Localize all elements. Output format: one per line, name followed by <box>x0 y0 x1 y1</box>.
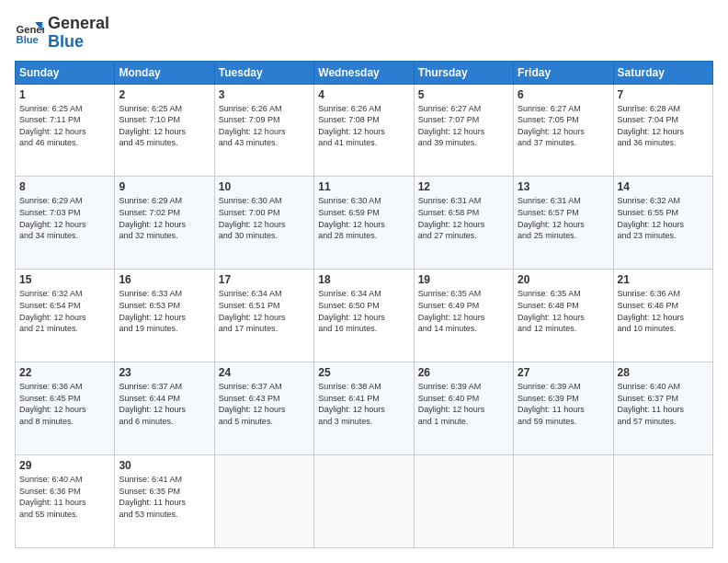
day-cell: 26Sunrise: 6:39 AM Sunset: 6:40 PM Dayli… <box>414 362 513 455</box>
day-cell: 25Sunrise: 6:38 AM Sunset: 6:41 PM Dayli… <box>314 362 414 455</box>
weekday-header-sunday: Sunday <box>16 61 115 84</box>
day-cell: 21Sunrise: 6:36 AM Sunset: 6:46 PM Dayli… <box>613 270 712 362</box>
day-info: Sunrise: 6:27 AM Sunset: 7:05 PM Dayligh… <box>518 103 609 149</box>
day-info: Sunrise: 6:35 AM Sunset: 6:49 PM Dayligh… <box>418 288 509 334</box>
day-info: Sunrise: 6:31 AM Sunset: 6:57 PM Dayligh… <box>518 195 609 241</box>
logo-name-line1: General <box>48 15 109 33</box>
day-info: Sunrise: 6:36 AM Sunset: 6:45 PM Dayligh… <box>19 381 110 427</box>
day-number: 21 <box>618 273 709 286</box>
day-number: 10 <box>219 180 310 193</box>
day-number: 28 <box>618 366 709 379</box>
day-info: Sunrise: 6:26 AM Sunset: 7:09 PM Dayligh… <box>219 103 310 149</box>
day-number: 20 <box>518 273 609 286</box>
day-info: Sunrise: 6:29 AM Sunset: 7:02 PM Dayligh… <box>119 195 210 241</box>
day-info: Sunrise: 6:35 AM Sunset: 6:48 PM Dayligh… <box>518 288 609 334</box>
day-info: Sunrise: 6:27 AM Sunset: 7:07 PM Dayligh… <box>418 103 509 149</box>
day-cell <box>414 455 513 548</box>
day-number: 15 <box>19 273 110 286</box>
day-info: Sunrise: 6:39 AM Sunset: 6:40 PM Dayligh… <box>418 381 509 427</box>
day-number: 14 <box>618 180 709 193</box>
day-cell: 5Sunrise: 6:27 AM Sunset: 7:07 PM Daylig… <box>414 84 513 177</box>
day-cell: 17Sunrise: 6:34 AM Sunset: 6:51 PM Dayli… <box>214 270 313 362</box>
day-info: Sunrise: 6:32 AM Sunset: 6:55 PM Dayligh… <box>618 195 709 241</box>
day-cell: 2Sunrise: 6:25 AM Sunset: 7:10 PM Daylig… <box>115 84 214 177</box>
day-info: Sunrise: 6:37 AM Sunset: 6:44 PM Dayligh… <box>119 381 210 427</box>
day-cell: 27Sunrise: 6:39 AM Sunset: 6:39 PM Dayli… <box>514 362 613 455</box>
day-cell: 24Sunrise: 6:37 AM Sunset: 6:43 PM Dayli… <box>214 362 313 455</box>
weekday-header-monday: Monday <box>115 61 214 84</box>
week-row-2: 8Sunrise: 6:29 AM Sunset: 7:03 PM Daylig… <box>16 177 713 270</box>
day-cell: 11Sunrise: 6:30 AM Sunset: 6:59 PM Dayli… <box>314 177 414 270</box>
day-info: Sunrise: 6:36 AM Sunset: 6:46 PM Dayligh… <box>618 288 709 334</box>
day-cell: 15Sunrise: 6:32 AM Sunset: 6:54 PM Dayli… <box>16 270 115 362</box>
weekday-header-saturday: Saturday <box>613 61 712 84</box>
weekday-header-thursday: Thursday <box>414 61 513 84</box>
day-cell: 23Sunrise: 6:37 AM Sunset: 6:44 PM Dayli… <box>115 362 214 455</box>
day-cell: 14Sunrise: 6:32 AM Sunset: 6:55 PM Dayli… <box>613 177 712 270</box>
day-number: 13 <box>518 180 609 193</box>
day-number: 12 <box>418 180 509 193</box>
day-info: Sunrise: 6:33 AM Sunset: 6:53 PM Dayligh… <box>119 288 210 334</box>
day-cell: 1Sunrise: 6:25 AM Sunset: 7:11 PM Daylig… <box>16 84 115 177</box>
day-cell: 9Sunrise: 6:29 AM Sunset: 7:02 PM Daylig… <box>115 177 214 270</box>
day-info: Sunrise: 6:37 AM Sunset: 6:43 PM Dayligh… <box>219 381 310 427</box>
header: General Blue General Blue <box>15 15 713 52</box>
day-number: 25 <box>318 366 409 379</box>
day-cell: 19Sunrise: 6:35 AM Sunset: 6:49 PM Dayli… <box>414 270 513 362</box>
weekday-header-tuesday: Tuesday <box>214 61 313 84</box>
day-number: 22 <box>19 366 110 379</box>
day-number: 6 <box>518 88 609 101</box>
week-row-1: 1Sunrise: 6:25 AM Sunset: 7:11 PM Daylig… <box>16 84 713 177</box>
day-cell: 4Sunrise: 6:26 AM Sunset: 7:08 PM Daylig… <box>314 84 414 177</box>
day-number: 30 <box>119 459 210 472</box>
day-cell: 22Sunrise: 6:36 AM Sunset: 6:45 PM Dayli… <box>16 362 115 455</box>
day-info: Sunrise: 6:31 AM Sunset: 6:58 PM Dayligh… <box>418 195 509 241</box>
weekday-header-friday: Friday <box>514 61 613 84</box>
day-info: Sunrise: 6:38 AM Sunset: 6:41 PM Dayligh… <box>318 381 409 427</box>
day-info: Sunrise: 6:28 AM Sunset: 7:04 PM Dayligh… <box>618 103 709 149</box>
week-row-4: 22Sunrise: 6:36 AM Sunset: 6:45 PM Dayli… <box>16 362 713 455</box>
day-number: 1 <box>19 88 110 101</box>
day-number: 18 <box>318 273 409 286</box>
weekday-header-row: SundayMondayTuesdayWednesdayThursdayFrid… <box>16 61 713 84</box>
day-cell: 12Sunrise: 6:31 AM Sunset: 6:58 PM Dayli… <box>414 177 513 270</box>
week-row-5: 29Sunrise: 6:40 AM Sunset: 6:36 PM Dayli… <box>16 455 713 548</box>
day-cell: 28Sunrise: 6:40 AM Sunset: 6:37 PM Dayli… <box>613 362 712 455</box>
day-number: 11 <box>318 180 409 193</box>
day-info: Sunrise: 6:30 AM Sunset: 6:59 PM Dayligh… <box>318 195 409 241</box>
day-number: 8 <box>19 180 110 193</box>
logo-name-line2: Blue <box>48 33 109 52</box>
day-number: 4 <box>318 88 409 101</box>
calendar-table: SundayMondayTuesdayWednesdayThursdayFrid… <box>15 61 713 548</box>
week-row-3: 15Sunrise: 6:32 AM Sunset: 6:54 PM Dayli… <box>16 270 713 362</box>
day-number: 17 <box>219 273 310 286</box>
day-info: Sunrise: 6:39 AM Sunset: 6:39 PM Dayligh… <box>518 381 609 427</box>
day-cell <box>214 455 313 548</box>
svg-text:Blue: Blue <box>17 34 39 45</box>
logo-icon: General Blue <box>15 18 44 48</box>
day-cell: 6Sunrise: 6:27 AM Sunset: 7:05 PM Daylig… <box>514 84 613 177</box>
logo: General Blue General Blue <box>15 15 109 52</box>
day-info: Sunrise: 6:40 AM Sunset: 6:37 PM Dayligh… <box>618 381 709 427</box>
day-info: Sunrise: 6:32 AM Sunset: 6:54 PM Dayligh… <box>19 288 110 334</box>
day-cell: 7Sunrise: 6:28 AM Sunset: 7:04 PM Daylig… <box>613 84 712 177</box>
day-cell: 20Sunrise: 6:35 AM Sunset: 6:48 PM Dayli… <box>514 270 613 362</box>
day-cell: 18Sunrise: 6:34 AM Sunset: 6:50 PM Dayli… <box>314 270 414 362</box>
day-info: Sunrise: 6:26 AM Sunset: 7:08 PM Dayligh… <box>318 103 409 149</box>
day-number: 5 <box>418 88 509 101</box>
day-number: 3 <box>219 88 310 101</box>
day-number: 9 <box>119 180 210 193</box>
day-cell: 3Sunrise: 6:26 AM Sunset: 7:09 PM Daylig… <box>214 84 313 177</box>
day-cell: 29Sunrise: 6:40 AM Sunset: 6:36 PM Dayli… <box>16 455 115 548</box>
day-info: Sunrise: 6:29 AM Sunset: 7:03 PM Dayligh… <box>19 195 110 241</box>
day-number: 29 <box>19 459 110 472</box>
calendar-page: General Blue General Blue SundayMondayTu… <box>0 0 728 563</box>
day-info: Sunrise: 6:40 AM Sunset: 6:36 PM Dayligh… <box>19 474 110 520</box>
day-cell: 13Sunrise: 6:31 AM Sunset: 6:57 PM Dayli… <box>514 177 613 270</box>
day-info: Sunrise: 6:34 AM Sunset: 6:50 PM Dayligh… <box>318 288 409 334</box>
day-number: 2 <box>119 88 210 101</box>
day-info: Sunrise: 6:34 AM Sunset: 6:51 PM Dayligh… <box>219 288 310 334</box>
day-info: Sunrise: 6:30 AM Sunset: 7:00 PM Dayligh… <box>219 195 310 241</box>
day-number: 19 <box>418 273 509 286</box>
day-cell <box>514 455 613 548</box>
